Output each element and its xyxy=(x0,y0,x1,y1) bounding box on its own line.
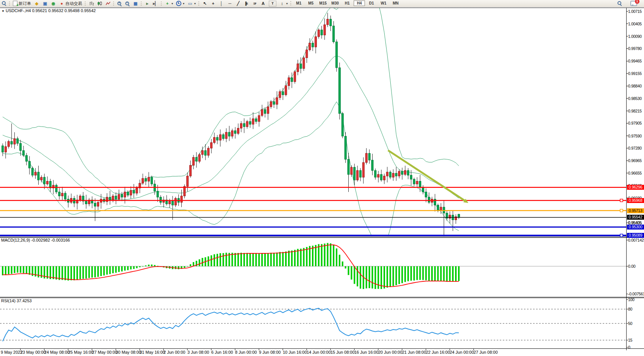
line-view-button[interactable] xyxy=(104,0,112,7)
equidistant-channel-button[interactable]: ∥E xyxy=(242,0,251,7)
autotrade-icon: ● xyxy=(59,1,64,6)
signals-button[interactable]: ◉ xyxy=(49,0,58,7)
text-button[interactable]: A xyxy=(259,0,267,7)
candles xyxy=(2,13,460,239)
trend-arrow[interactable] xyxy=(388,150,468,203)
rsi-line xyxy=(3,308,459,341)
bars-view-button[interactable] xyxy=(87,0,95,7)
toolbar-group-trade: 新订单◆▣◉●自动交易 xyxy=(8,0,84,7)
timeframe-m1[interactable]: M1 xyxy=(293,0,304,6)
new-order-icon xyxy=(13,1,17,6)
zoom-in-icon: + xyxy=(117,1,122,6)
chart-shift-icon: ▸▏ xyxy=(153,1,158,6)
hline-0.95089[interactable] xyxy=(0,234,626,237)
text-label-button[interactable]: T xyxy=(267,0,278,7)
crosshair-button[interactable]: + xyxy=(209,0,217,7)
macd-histogram xyxy=(2,243,460,289)
cursor-icon: ↖ xyxy=(202,1,207,6)
new-chart-window-button[interactable]: ▣ xyxy=(41,0,49,7)
styler-button[interactable]: ◆ xyxy=(33,0,41,7)
find-button[interactable] xyxy=(0,0,8,6)
new-order-button[interactable]: 新订单 xyxy=(11,0,33,7)
chart-shift-button[interactable]: ▸▏ xyxy=(151,0,160,7)
timeframe-d1[interactable]: D1 xyxy=(366,0,377,6)
dropdown-caret-icon: ▾ xyxy=(194,2,196,5)
hline-0.95968[interactable] xyxy=(0,199,626,202)
clock-icon xyxy=(176,1,181,6)
dropdown-caret-icon: ▾ xyxy=(183,2,184,5)
channel-icon: ∥E xyxy=(244,1,249,6)
auto-scroll-button[interactable]: ▸ xyxy=(143,0,151,7)
fibonacci-icon: ≡F xyxy=(252,1,257,6)
fibonacci-button[interactable]: ≡F xyxy=(251,0,259,7)
candles-chart-icon xyxy=(97,1,102,6)
zoom-out-icon: − xyxy=(125,1,130,6)
toolbar-group-add: +▾▾▭▾ xyxy=(160,0,197,7)
text-label-icon: T xyxy=(269,1,276,6)
timeframe-toolbar: M1M5M15M30H1H4D1W1MN xyxy=(289,0,402,6)
arrow-tools-icon: ↕ xyxy=(279,1,285,6)
toolbar-group-draw: ↖+│─╱∥E≡FAT↕▾ xyxy=(197,0,289,7)
horizontal-line-button[interactable]: ─ xyxy=(226,0,234,7)
toolbar-group-scroll: ▸▸▏ xyxy=(140,0,160,7)
notification-badge: 1 xyxy=(635,0,639,4)
crosshair-icon: + xyxy=(211,1,216,6)
dropdown-caret-icon: ▾ xyxy=(286,2,288,5)
chat-bubble-icon: 1 xyxy=(630,1,637,6)
text-icon: A xyxy=(260,1,266,6)
auto-scroll-icon: ▸ xyxy=(145,1,150,6)
toolbar-buttons: 新订单◆▣◉●自动交易+−▦▸▸▏+▾▾▭▾↖+│─╱∥E≡FAT↕▾ xyxy=(0,0,289,7)
trend-line-icon: ╱ xyxy=(235,1,241,6)
vertical-line-icon: │ xyxy=(219,1,224,6)
toolbar-group-edge xyxy=(0,2,8,6)
candles-view-button[interactable] xyxy=(95,0,104,7)
cursor-button[interactable]: ↖ xyxy=(201,0,209,7)
toolbar-right: 1 xyxy=(616,0,644,6)
templates-button[interactable]: ▭▾ xyxy=(186,0,197,7)
tile-windows-icon: ▦ xyxy=(133,1,138,6)
toolbar-button-label: 自动交易 xyxy=(65,1,82,6)
timeframe-m15[interactable]: M15 xyxy=(317,0,329,6)
toolbar-group-zoom: +−▦ xyxy=(112,0,140,7)
add-indicator-icon: + xyxy=(165,1,170,6)
timeframe-h1[interactable]: H1 xyxy=(341,0,353,6)
timeframe-h4[interactable]: H4 xyxy=(354,0,365,6)
bars-chart-icon xyxy=(89,1,94,6)
chart-area[interactable] xyxy=(0,0,644,356)
magnifier-icon xyxy=(617,1,622,6)
template-icon: ▭ xyxy=(187,1,193,6)
trend-line-button[interactable]: ╱ xyxy=(234,0,242,7)
magnifier-icon xyxy=(2,1,6,6)
line-chart-icon xyxy=(105,1,111,6)
timeframe-m5[interactable]: M5 xyxy=(305,0,317,6)
search-button[interactable] xyxy=(616,0,624,6)
timeframe-m30[interactable]: M30 xyxy=(329,0,341,6)
indicators-button[interactable]: +▾ xyxy=(163,0,175,7)
styler-icon: ◆ xyxy=(34,1,39,6)
periods-button[interactable]: ▾ xyxy=(175,0,186,7)
vertical-line-button[interactable]: │ xyxy=(217,0,226,7)
community-chat-button[interactable]: 1 xyxy=(629,0,639,6)
tile-windows-button[interactable]: ▦ xyxy=(131,0,140,7)
horizontal-line-icon: ─ xyxy=(227,1,232,6)
toolbar-group-chart-type xyxy=(84,0,112,7)
timeframe-mn[interactable]: MN xyxy=(390,0,401,6)
signal-icon: ◉ xyxy=(51,1,56,6)
zoom-in-button[interactable]: + xyxy=(115,0,123,7)
hline-0.95713[interactable] xyxy=(0,209,626,212)
arrow-tools-button[interactable]: ↕▾ xyxy=(278,0,289,7)
toolbar: 新订单◆▣◉●自动交易+−▦▸▸▏+▾▾▭▾↖+│─╱∥E≡FAT↕▾ M1M5… xyxy=(0,0,644,7)
dropdown-caret-icon: ▾ xyxy=(172,2,173,5)
zoom-out-button[interactable]: − xyxy=(123,0,131,7)
chart-window-icon: ▣ xyxy=(42,1,48,6)
timeframe-w1[interactable]: W1 xyxy=(378,0,389,6)
toolbar-button-label: 新订单 xyxy=(19,1,31,6)
mt4-window: 新订单◆▣◉●自动交易+−▦▸▸▏+▾▾▭▾↖+│─╱∥E≡FAT↕▾ M1M5… xyxy=(0,0,644,356)
auto-trading-button[interactable]: ●自动交易 xyxy=(58,0,84,7)
